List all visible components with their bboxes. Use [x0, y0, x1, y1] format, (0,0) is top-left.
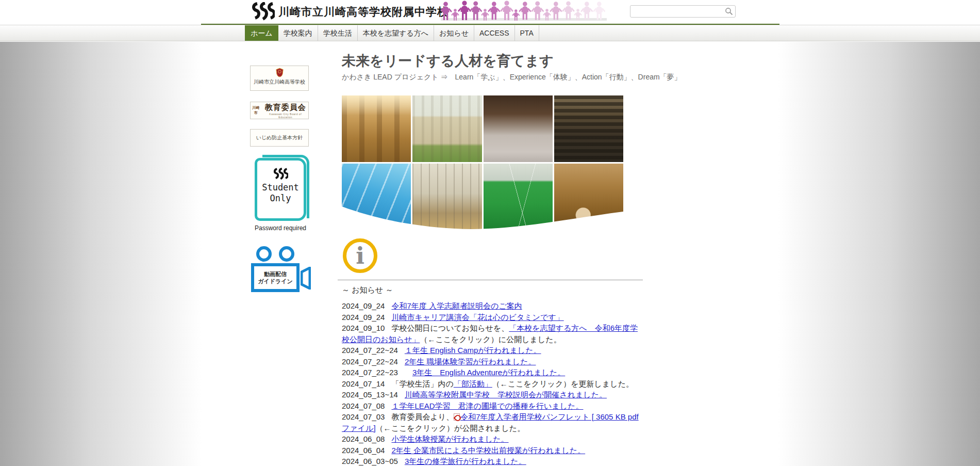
news-text: （←ここをクリック）が公開されました。 [376, 424, 525, 432]
news-date: 2024_06_08 [342, 435, 385, 443]
news-link[interactable]: 川崎高等学校附属中学校 学校説明会が開催されました。 [405, 390, 607, 399]
photo-school-building-exterior [412, 95, 481, 162]
news-date: 2024_07_03 [342, 412, 385, 421]
news-link[interactable]: １年生 English Campが行われました。 [405, 346, 541, 355]
banner-kawasaki-high-school[interactable]: 川崎市立川崎高等学校 [250, 66, 309, 91]
news-date: 2024_07_08 [342, 401, 385, 410]
news-item: 2024_07_22~242年生 職場体験学習が行われました。 [342, 356, 643, 367]
news-date: 2024_06_03~05 [342, 457, 398, 465]
right-background-gradient [778, 42, 980, 466]
banner-bullying-prevention-policy[interactable]: いじめ防止基本方針 [250, 129, 309, 147]
info-glyph: i [356, 243, 364, 269]
nav-item[interactable]: ホーム [245, 25, 278, 41]
news-list: 2024_09_24令和7年度 入学志願者説明会のご案内2024_09_24川崎… [342, 300, 643, 466]
search-input[interactable] [630, 5, 736, 18]
page-heading: 未来をリードする人材を育てます [342, 52, 554, 70]
photo-grid [342, 95, 623, 230]
photo-grand-staircase [484, 95, 553, 162]
news-link[interactable]: 川崎市キャリア講演会「花は心のビタミンです」 [391, 313, 563, 322]
news-item: 2024_07_14「学校生活」内の「部活動」（←ここをクリック）を更新しました… [342, 378, 643, 390]
nav-accent-line [201, 24, 779, 25]
nav-item[interactable]: ACCESS [474, 25, 515, 41]
video-camera-icon [279, 246, 294, 262]
news-link[interactable]: 3年生の修学旅行が行われました。 [405, 457, 526, 465]
news-item: 2024_05_13~14川崎高等学校附属中学校 学校説明会が開催されました。 [342, 389, 643, 400]
news-date: 2024_07_22~24 [342, 346, 398, 355]
page: 川崎市立川崎高等学校附属中学校 [0, 0, 980, 466]
news-item: 2024_07_08１学年LEAD学習 君津の圃場での播種を行いました。 [342, 400, 643, 412]
info-icon: i [343, 238, 377, 273]
video-guideline-banner[interactable]: 動画配信 ガイドライン [251, 246, 311, 294]
news-link[interactable]: 令和7年度 入学志願者説明会のご案内 [391, 301, 522, 310]
news-date: 2024_06_04 [342, 446, 385, 455]
news-link[interactable]: 「部活動」 [454, 379, 492, 388]
family-silhouettes-image [441, 1, 607, 22]
pdf-icon [454, 413, 460, 421]
news-link[interactable]: １学年LEAD学習 君津の圃場での播種を行いました。 [391, 401, 583, 410]
news-item: 2024_07_22~23 3年生 English Adventureが行われま… [342, 367, 643, 378]
news-item: 2024_09_24川崎市キャリア講演会「花は心のビタミンです」 [342, 312, 643, 323]
kawasaki-city-logo-icon [251, 2, 275, 21]
banner-board-of-education[interactable]: 川崎市 教育委員会 Kawasaki City Board of Educati… [250, 102, 309, 119]
photo-auditorium [554, 95, 623, 162]
nav-item[interactable]: PTA [515, 25, 539, 41]
news-text [405, 368, 412, 377]
news-item: 2024_07_22~24１年生 English Campが行われました。 [342, 345, 643, 356]
news-link[interactable]: 2年生 企業市民による中学校出前授業が行われました。 [391, 446, 585, 455]
news-text: 学校公開日についてお知らせを、 [391, 324, 509, 332]
school-crest-icon [276, 68, 284, 77]
video-camera-lens-icon [301, 267, 311, 290]
news-text: （←ここをクリック）を更新しました。 [492, 379, 634, 388]
news-text: 教育委員会より、 [391, 412, 454, 421]
news-date: 2024_07_22~24 [342, 357, 398, 366]
news-item: 2024_06_03~053年生の修学旅行が行われました。 [342, 456, 643, 466]
news-item: 2024_07_03教育委員会より、令和7年度入学者用学校パンフレット [ 36… [342, 411, 643, 433]
nav-item[interactable]: 本校を志望する方へ [358, 25, 434, 41]
video-camera-body: 動画配信 ガイドライン [251, 263, 300, 292]
news-link[interactable]: 2年生 職場体験学習が行われました。 [405, 357, 536, 366]
kawasaki-city-logo-icon [273, 168, 288, 180]
nav-item[interactable]: 学校生活 [318, 25, 358, 41]
video-guideline-label-line2: ガイドライン [258, 278, 293, 285]
search-icon[interactable] [725, 7, 733, 15]
nav-items: ホーム学校案内学校生活本校を志望する方へお知らせACCESSPTA [245, 25, 539, 41]
news-date: 2024_07_22~23 [342, 368, 398, 377]
news-item: 2024_09_10学校公開日についてお知らせを、「本校を志望する方へ 令和6年… [342, 323, 643, 345]
banner-title: 教育委員会 [265, 103, 306, 111]
banner-subtitle: Kawasaki City Board of Education [262, 113, 308, 119]
search-box [630, 5, 736, 18]
news-date: 2024_05_13~14 [342, 390, 398, 399]
news-item: 2024_09_24令和7年度 入学志願者説明会のご案内 [342, 300, 643, 312]
banner-prefix: 川崎市 [251, 105, 261, 116]
news-date: 2024_09_10 [342, 324, 385, 332]
photo-library [342, 95, 411, 162]
news-date: 2024_07_14 [342, 379, 385, 388]
news-text: （←ここをクリック）に公開しました。 [420, 335, 561, 344]
news-section-title: ～ お知らせ ～ [342, 285, 393, 295]
left-background-gradient [0, 42, 202, 466]
news-item: 2024_06_08小学生体験授業が行われました。 [342, 433, 643, 445]
video-guideline-label-line1: 動画配信 [264, 270, 287, 278]
section-divider [338, 280, 643, 280]
news-text: 「学校生活」内の [391, 379, 453, 388]
student-only-banner[interactable]: Student Only Password required [251, 158, 310, 236]
site-title: 川崎市立川崎高等学校附属中学校 [278, 5, 449, 19]
lead-project-line: かわさき LEAD プロジェクト ⇒ Learn「学ぶ」、Experience「… [342, 73, 682, 82]
news-item: 2024_06_042年生 企業市民による中学校出前授業が行われました。 [342, 445, 643, 456]
news-link[interactable]: 3年生 English Adventureが行われました。 [412, 368, 565, 377]
password-required-caption: Password required [251, 224, 310, 232]
banner-label: 川崎市立川崎高等学校 [251, 78, 308, 86]
nav-item[interactable]: お知らせ [434, 25, 474, 41]
news-date: 2024_09_24 [342, 313, 385, 322]
news-date: 2024_09_24 [342, 301, 385, 310]
student-only-label-line2: Only [257, 193, 304, 204]
banner-label: いじめ防止基本方針 [256, 135, 303, 140]
main-nav: ホーム学校案内学校生活本校を志望する方へお知らせACCESSPTA [0, 25, 980, 41]
wave-decoration [342, 191, 623, 230]
student-only-label-line1: Student [257, 182, 304, 193]
video-camera-icon [256, 246, 272, 262]
book-icon: Student Only [255, 158, 306, 221]
news-link[interactable]: 小学生体験授業が行われました。 [391, 435, 508, 443]
nav-item[interactable]: 学校案内 [278, 25, 318, 41]
